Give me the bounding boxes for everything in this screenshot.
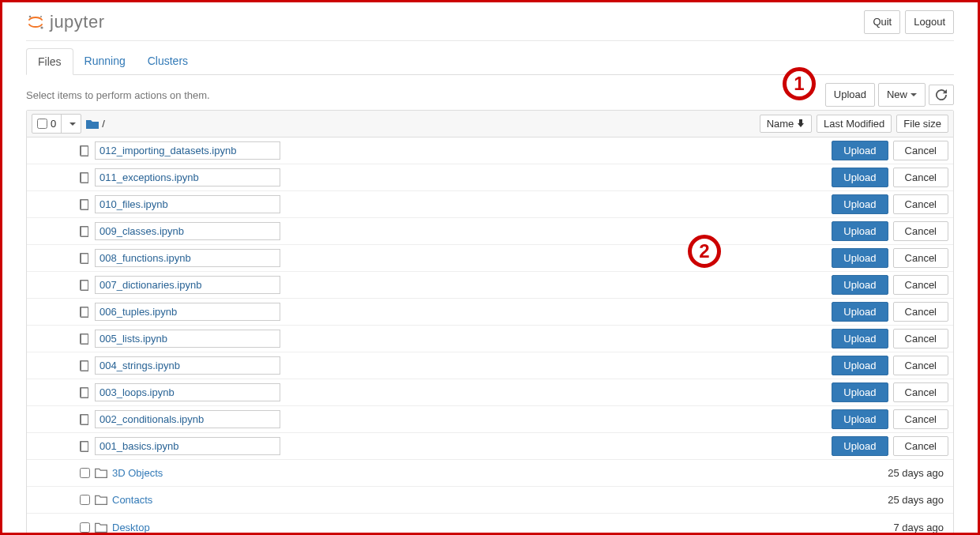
row-upload-button[interactable]: Upload bbox=[832, 141, 888, 160]
arrow-down-icon bbox=[797, 118, 805, 130]
tab-clusters[interactable]: Clusters bbox=[137, 48, 199, 75]
upload-filename-input[interactable] bbox=[95, 249, 280, 267]
svg-point-2 bbox=[40, 16, 42, 17]
pending-upload-row: UploadCancel bbox=[27, 245, 953, 272]
select-menu-caret[interactable] bbox=[62, 118, 81, 130]
notebook-icon bbox=[79, 145, 90, 156]
tab-files[interactable]: Files bbox=[26, 48, 73, 75]
upload-filename-input[interactable] bbox=[95, 356, 280, 375]
row-cancel-button[interactable]: Cancel bbox=[893, 221, 948, 241]
folder-link[interactable]: 3D Objects bbox=[112, 467, 163, 479]
select-all-group[interactable]: 0 bbox=[32, 114, 81, 134]
row-upload-button[interactable]: Upload bbox=[832, 382, 888, 402]
folder-icon bbox=[95, 468, 107, 478]
pending-upload-row: UploadCancel bbox=[27, 164, 953, 191]
row-cancel-button[interactable]: Cancel bbox=[893, 356, 948, 375]
folder-icon bbox=[95, 522, 107, 533]
upload-filename-input[interactable] bbox=[95, 383, 280, 401]
tab-running[interactable]: Running bbox=[73, 48, 137, 75]
svg-point-0 bbox=[29, 16, 32, 18]
pending-upload-row: UploadCancel bbox=[27, 299, 953, 326]
upload-filename-input[interactable] bbox=[95, 195, 280, 213]
sort-size-button[interactable]: File size bbox=[896, 115, 948, 133]
row-cancel-button[interactable]: Cancel bbox=[893, 382, 948, 402]
refresh-icon bbox=[936, 89, 947, 100]
notebook-icon bbox=[79, 172, 90, 183]
upload-filename-input[interactable] bbox=[95, 410, 280, 428]
notebook-icon bbox=[79, 360, 90, 371]
sort-modified-button[interactable]: Last Modified bbox=[817, 115, 892, 133]
notebook-icon bbox=[79, 253, 90, 264]
notebook-icon bbox=[79, 226, 90, 237]
row-upload-button[interactable]: Upload bbox=[832, 275, 888, 295]
row-upload-button[interactable]: Upload bbox=[832, 329, 888, 349]
row-cancel-button[interactable]: Cancel bbox=[893, 329, 948, 349]
brand-text: jupyter bbox=[50, 12, 105, 32]
row-cancel-button[interactable]: Cancel bbox=[893, 141, 948, 160]
notebook-icon bbox=[79, 307, 90, 318]
refresh-button[interactable] bbox=[929, 85, 954, 105]
sort-name-button[interactable]: Name bbox=[760, 115, 812, 133]
row-upload-button[interactable]: Upload bbox=[832, 168, 888, 187]
row-upload-button[interactable]: Upload bbox=[832, 248, 888, 268]
row-cancel-button[interactable]: Cancel bbox=[893, 248, 948, 268]
pending-upload-row: UploadCancel bbox=[27, 326, 953, 352]
folder-icon bbox=[86, 119, 99, 130]
callout-1: 1 bbox=[783, 67, 816, 100]
row-upload-button[interactable]: Upload bbox=[832, 436, 888, 456]
row-upload-button[interactable]: Upload bbox=[832, 356, 888, 375]
jupyter-icon bbox=[26, 13, 45, 32]
notebook-icon bbox=[79, 280, 90, 291]
row-cancel-button[interactable]: Cancel bbox=[893, 409, 948, 429]
folder-row: Contacts25 days ago bbox=[27, 487, 953, 514]
jupyter-logo[interactable]: jupyter bbox=[26, 12, 105, 32]
selected-count: 0 bbox=[51, 118, 56, 130]
pending-upload-row: UploadCancel bbox=[27, 352, 953, 379]
upload-filename-input[interactable] bbox=[95, 330, 280, 348]
upload-filename-input[interactable] bbox=[95, 222, 280, 240]
modified-time: 7 days ago bbox=[806, 522, 948, 533]
folder-row: Desktop7 days ago bbox=[27, 514, 953, 535]
row-checkbox[interactable] bbox=[80, 522, 90, 533]
logout-button[interactable]: Logout bbox=[905, 10, 954, 34]
modified-time: 25 days ago bbox=[806, 467, 948, 479]
row-cancel-button[interactable]: Cancel bbox=[893, 194, 948, 214]
folder-row: 3D Objects25 days ago bbox=[27, 460, 953, 487]
notebook-icon bbox=[79, 387, 90, 398]
notebook-icon bbox=[79, 441, 90, 452]
row-upload-button[interactable]: Upload bbox=[832, 302, 888, 322]
upload-filename-input[interactable] bbox=[95, 168, 280, 186]
row-upload-button[interactable]: Upload bbox=[832, 409, 888, 429]
upload-filename-input[interactable] bbox=[95, 437, 280, 455]
row-cancel-button[interactable]: Cancel bbox=[893, 302, 948, 322]
row-checkbox[interactable] bbox=[80, 495, 90, 505]
row-cancel-button[interactable]: Cancel bbox=[893, 168, 948, 187]
select-all-checkbox[interactable] bbox=[37, 119, 47, 129]
pending-upload-row: UploadCancel bbox=[27, 218, 953, 245]
folder-link[interactable]: Desktop bbox=[112, 522, 150, 533]
pending-upload-row: UploadCancel bbox=[27, 406, 953, 433]
upload-filename-input[interactable] bbox=[95, 141, 280, 160]
quit-button[interactable]: Quit bbox=[864, 10, 900, 34]
callout-2: 2 bbox=[688, 235, 721, 268]
row-cancel-button[interactable]: Cancel bbox=[893, 275, 948, 295]
svg-point-1 bbox=[40, 26, 43, 28]
breadcrumb-sep: / bbox=[102, 118, 105, 130]
upload-filename-input[interactable] bbox=[95, 303, 280, 321]
notebook-icon bbox=[79, 414, 90, 425]
folder-link[interactable]: Contacts bbox=[112, 494, 152, 506]
pending-upload-row: UploadCancel bbox=[27, 433, 953, 460]
row-upload-button[interactable]: Upload bbox=[832, 194, 888, 214]
pending-upload-row: UploadCancel bbox=[27, 191, 953, 218]
row-upload-button[interactable]: Upload bbox=[832, 221, 888, 241]
row-checkbox[interactable] bbox=[80, 468, 90, 478]
pending-upload-row: UploadCancel bbox=[27, 272, 953, 299]
upload-button[interactable]: Upload bbox=[825, 83, 875, 107]
new-dropdown[interactable]: New bbox=[878, 83, 926, 107]
upload-filename-input[interactable] bbox=[95, 276, 280, 294]
breadcrumb[interactable]: / bbox=[86, 118, 105, 130]
pending-upload-row: UploadCancel bbox=[27, 379, 953, 406]
row-cancel-button[interactable]: Cancel bbox=[893, 436, 948, 456]
notebook-icon bbox=[79, 333, 90, 345]
pending-upload-row: UploadCancel bbox=[27, 138, 953, 164]
